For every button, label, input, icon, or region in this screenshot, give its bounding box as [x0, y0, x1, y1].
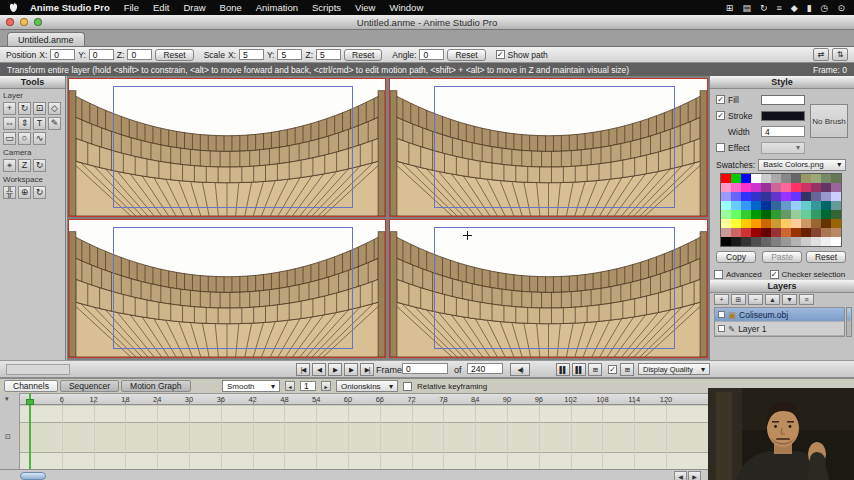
color-swatch-6-4[interactable] — [761, 228, 771, 237]
spaces-icon[interactable]: ⊞ — [726, 3, 734, 13]
color-swatch-6-8[interactable] — [801, 228, 811, 237]
color-swatch-2-8[interactable] — [801, 192, 811, 201]
layer-row-coliseum-obj[interactable]: ▣Coliseum.obj — [715, 308, 844, 322]
battery-icon[interactable]: ▮ — [807, 3, 812, 13]
reset-position-button[interactable]: Reset — [155, 49, 193, 61]
color-swatch-0-7[interactable] — [791, 174, 801, 183]
rotate-layer-tool[interactable]: ↻ — [18, 102, 31, 115]
color-swatch-2-7[interactable] — [791, 192, 801, 201]
duplicate-layer-button[interactable]: ⊞ — [731, 294, 746, 305]
swatches-dropdown[interactable]: Basic Colors.png ▾ — [758, 159, 846, 171]
color-swatch-6-11[interactable] — [831, 228, 841, 237]
color-swatch-0-0[interactable] — [721, 174, 731, 183]
reset-style-button[interactable]: Reset — [806, 251, 846, 263]
scale-z-input[interactable]: 5 — [316, 49, 341, 60]
color-swatch-3-10[interactable] — [821, 201, 831, 210]
color-swatch-2-11[interactable] — [831, 192, 841, 201]
color-swatch-5-8[interactable] — [801, 219, 811, 228]
rotate-workspace-tool[interactable]: ↻ — [33, 186, 46, 199]
flip-vertical-icon[interactable]: ⇅ — [832, 48, 848, 61]
color-swatch-6-0[interactable] — [721, 228, 731, 237]
menu-window[interactable]: Window — [389, 2, 423, 13]
color-swatch-3-1[interactable] — [731, 201, 741, 210]
displays-icon[interactable]: ▤ — [742, 3, 751, 13]
color-swatch-4-4[interactable] — [761, 210, 771, 219]
interpolation-dropdown[interactable]: Smooth ▾ — [222, 380, 280, 392]
color-swatch-0-1[interactable] — [731, 174, 741, 183]
color-swatch-5-6[interactable] — [781, 219, 791, 228]
go-to-end-button[interactable]: ▶| — [360, 363, 374, 376]
scale-x-input[interactable]: 5 — [239, 49, 264, 60]
color-swatch-2-3[interactable] — [751, 192, 761, 201]
zoom-camera-tool[interactable]: Z — [18, 159, 31, 172]
color-swatch-1-6[interactable] — [781, 183, 791, 192]
frame-input[interactable]: 0 — [402, 363, 448, 374]
document-tab[interactable]: Untitled.anme — [7, 32, 85, 46]
stroke-checkbox[interactable]: ✓ — [716, 111, 725, 120]
move-layer-up-button[interactable]: ▲ — [765, 294, 780, 305]
pos-z-input[interactable]: 0 — [127, 49, 152, 60]
reset-scale-button[interactable]: Reset — [344, 49, 382, 61]
color-swatch-6-10[interactable] — [821, 228, 831, 237]
color-swatch-7-8[interactable] — [801, 237, 811, 246]
color-swatch-1-9[interactable] — [811, 183, 821, 192]
quad-view-toggle[interactable]: ⊞ — [588, 363, 602, 376]
tracking-grid-icon[interactable]: ⊞ — [620, 363, 634, 376]
no-brush-button[interactable]: No Brush — [810, 104, 848, 138]
menu-draw[interactable]: Draw — [183, 2, 205, 13]
scale-layer-tool[interactable]: ⊡ — [33, 102, 46, 115]
color-swatch-5-11[interactable] — [831, 219, 841, 228]
color-swatch-6-5[interactable] — [771, 228, 781, 237]
window-titlebar[interactable]: Untitled.anme - Anime Studio Pro — [0, 15, 854, 30]
color-swatch-1-11[interactable] — [831, 183, 841, 192]
angle-input[interactable]: 0 — [419, 49, 444, 60]
color-swatch-6-1[interactable] — [731, 228, 741, 237]
text-tool[interactable]: T — [33, 117, 46, 130]
color-swatch-1-1[interactable] — [731, 183, 741, 192]
color-swatch-4-10[interactable] — [821, 210, 831, 219]
new-layer-button[interactable]: + — [714, 294, 729, 305]
color-swatch-0-3[interactable] — [751, 174, 761, 183]
color-swatch-7-3[interactable] — [751, 237, 761, 246]
track-options-icon[interactable]: ⊡ — [5, 433, 11, 441]
checker-selection-checkbox[interactable]: ✓ — [770, 270, 779, 279]
stroke-width-input[interactable]: 4 — [761, 126, 805, 137]
color-swatch-1-3[interactable] — [751, 183, 761, 192]
color-swatch-1-5[interactable] — [771, 183, 781, 192]
color-swatch-3-8[interactable] — [801, 201, 811, 210]
tab-motion-graph[interactable]: Motion Graph — [121, 380, 191, 392]
flip-layer-v-tool[interactable]: ⇕ — [18, 117, 31, 130]
color-swatch-4-8[interactable] — [801, 210, 811, 219]
color-swatch-4-0[interactable] — [721, 210, 731, 219]
step-forward-button[interactable]: ▶ — [344, 363, 358, 376]
color-swatch-2-5[interactable] — [771, 192, 781, 201]
pan-workspace-tool[interactable]: ╬ — [3, 186, 16, 199]
color-swatch-5-1[interactable] — [731, 219, 741, 228]
color-swatch-6-9[interactable] — [811, 228, 821, 237]
show-path-checkbox[interactable]: ✓ — [496, 50, 505, 59]
color-swatch-5-3[interactable] — [751, 219, 761, 228]
color-swatch-3-6[interactable] — [781, 201, 791, 210]
color-swatch-5-10[interactable] — [821, 219, 831, 228]
cycle-input[interactable]: 1 — [300, 381, 316, 391]
color-swatch-7-9[interactable] — [811, 237, 821, 246]
close-window-button[interactable] — [6, 18, 14, 26]
color-swatch-7-6[interactable] — [781, 237, 791, 246]
color-swatch-2-10[interactable] — [821, 192, 831, 201]
layer-row-layer-1[interactable]: ✎Layer 1 — [715, 322, 844, 336]
color-swatch-3-0[interactable] — [721, 201, 731, 210]
color-swatch-0-10[interactable] — [821, 174, 831, 183]
color-swatch-3-4[interactable] — [761, 201, 771, 210]
color-swatch-3-9[interactable] — [811, 201, 821, 210]
color-swatch-4-9[interactable] — [811, 210, 821, 219]
color-swatch-0-8[interactable] — [801, 174, 811, 183]
collapse-track-icon[interactable]: ▾ — [5, 395, 9, 403]
color-swatch-2-2[interactable] — [741, 192, 751, 201]
fill-color-swatch[interactable] — [761, 95, 805, 105]
menu-bone[interactable]: Bone — [220, 2, 242, 13]
tab-channels[interactable]: Channels — [4, 380, 58, 392]
split-view-toggle-2[interactable]: ▌▌ — [572, 363, 586, 376]
layer-scrollbar[interactable] — [846, 307, 852, 337]
reset-angle-button[interactable]: Reset — [447, 49, 485, 61]
viewport-top-left[interactable] — [68, 78, 386, 217]
